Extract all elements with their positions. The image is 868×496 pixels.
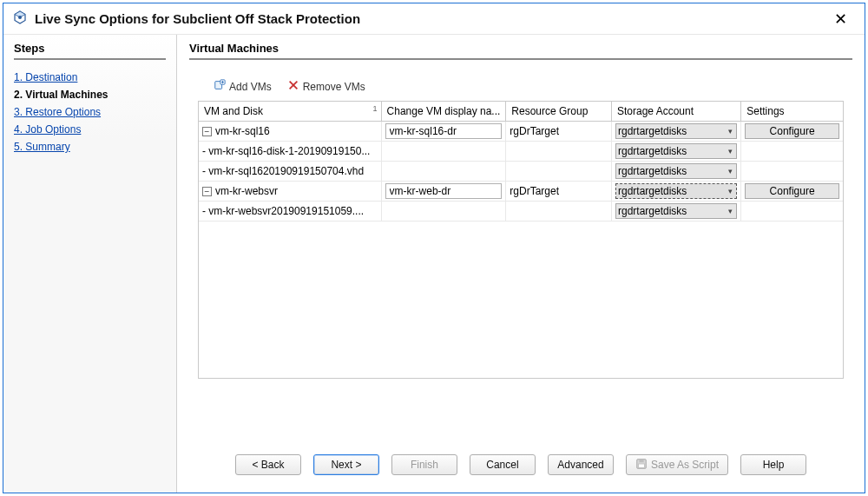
storage-account-select[interactable]: rgdrtargetdisks▾ [615,163,737,179]
sort-icon: 1 [373,104,378,113]
main-panel: Virtual Machines Add VMs Remove VMs [177,35,865,493]
next-button[interactable]: Next > [313,454,379,475]
chevron-down-icon: ▾ [727,167,734,175]
display-name-input[interactable] [385,123,503,139]
storage-account-select[interactable]: rgdrtargetdisks▾ [615,203,737,219]
steps-sidebar: Steps 1. Destination 2. Virtual Machines… [3,35,177,493]
vm-cell[interactable]: −vm-kr-websvr [199,182,381,202]
titlebar: Live Sync Options for Subclient Off Stac… [3,3,865,35]
collapse-icon[interactable]: − [202,187,212,196]
storage-account-select[interactable]: rgdrtargetdisks▾ [615,143,737,159]
step-job-options[interactable]: 4. Job Options [14,121,166,138]
configure-button[interactable]: Configure [745,183,839,199]
save-as-script-button: Save As Script [626,454,728,475]
app-icon [12,10,28,28]
svg-point-2 [18,16,22,19]
step-restore-options[interactable]: 3. Restore Options [14,103,166,121]
dialog-window: Live Sync Options for Subclient Off Stac… [3,3,865,493]
step-destination[interactable]: 1. Destination [14,69,166,86]
chevron-down-icon: ▾ [727,207,734,215]
col-settings[interactable]: Settings [741,102,843,122]
collapse-icon[interactable]: − [202,127,212,136]
add-icon [214,79,226,94]
col-resource-group[interactable]: Resource Group [506,102,612,122]
svg-rect-10 [639,459,643,462]
advanced-button[interactable]: Advanced [548,454,614,475]
storage-account-select[interactable]: rgdrtargetdisks▾ [615,123,737,139]
remove-vms-button[interactable]: Remove VMs [287,79,365,94]
step-summary[interactable]: 5. Summary [14,138,166,155]
main-heading: Virtual Machines [189,42,852,60]
steps-list: 1. Destination 2. Virtual Machines 3. Re… [14,69,166,155]
finish-button: Finish [391,454,457,475]
col-display-name[interactable]: Change VM display na... [381,102,506,122]
resource-group-cell: rgDrTarget [506,122,612,142]
back-button[interactable]: < Back [235,454,301,475]
window-title: Live Sync Options for Subclient Off Stac… [35,11,827,26]
disk-cell: - vm-kr-websvr20190919151059.... [199,202,381,222]
display-name-input[interactable] [385,183,503,199]
steps-heading: Steps [14,42,166,60]
dialog-footer: < Back Next > Finish Cancel Advanced Sav… [189,447,852,484]
table-row[interactable]: - vm-kr-sql1620190919150704.vhd rgdrtarg… [199,162,843,182]
table-row[interactable]: - vm-kr-sql16-disk-1-20190919150... rgdr… [199,142,843,162]
configure-button[interactable]: Configure [745,123,839,139]
col-storage-account[interactable]: Storage Account [611,102,740,122]
save-icon [635,458,648,473]
disk-cell: - vm-kr-sql16-disk-1-20190919150... [199,142,381,162]
vm-toolbar: Add VMs Remove VMs [198,74,844,101]
svg-rect-11 [638,464,644,467]
chevron-down-icon: ▾ [727,147,734,155]
vm-grid: VM and Disk1 Change VM display na... Res… [198,101,844,379]
resource-group-cell: rgDrTarget [506,182,612,202]
remove-icon [287,79,299,94]
table-row[interactable]: −vm-kr-websvr rgDrTarget rgdrtargetdisks… [199,182,843,202]
table-row[interactable]: - vm-kr-websvr20190919151059.... rgdrtar… [199,202,843,222]
storage-account-select[interactable]: rgdrtargetdisks▾ [615,183,737,199]
cancel-button[interactable]: Cancel [470,454,536,475]
close-icon[interactable]: ✕ [827,8,854,30]
help-button[interactable]: Help [740,454,806,475]
add-vms-button[interactable]: Add VMs [214,79,272,94]
col-vm-and-disk[interactable]: VM and Disk1 [199,102,381,122]
remove-vms-label: Remove VMs [303,81,365,93]
disk-cell: - vm-kr-sql1620190919150704.vhd [199,162,381,182]
content-area: Add VMs Remove VMs [189,74,852,447]
chevron-down-icon: ▾ [727,127,734,136]
dialog-body: Steps 1. Destination 2. Virtual Machines… [3,35,865,493]
chevron-down-icon: ▾ [727,187,734,195]
vm-cell[interactable]: −vm-kr-sql16 [199,122,381,142]
table-row[interactable]: −vm-kr-sql16 rgDrTarget rgdrtargetdisks▾… [199,122,843,142]
step-virtual-machines[interactable]: 2. Virtual Machines [14,86,166,103]
add-vms-label: Add VMs [229,81,272,93]
